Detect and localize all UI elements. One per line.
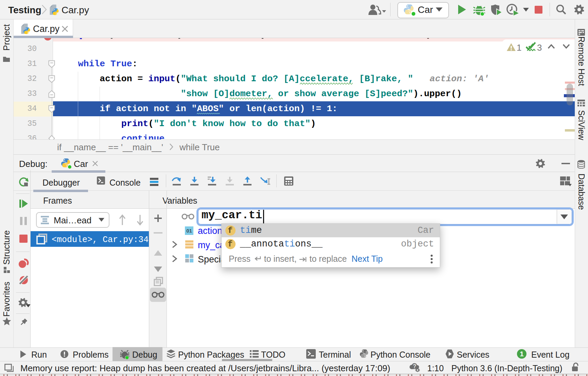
svg-text:?: ? bbox=[413, 363, 416, 369]
